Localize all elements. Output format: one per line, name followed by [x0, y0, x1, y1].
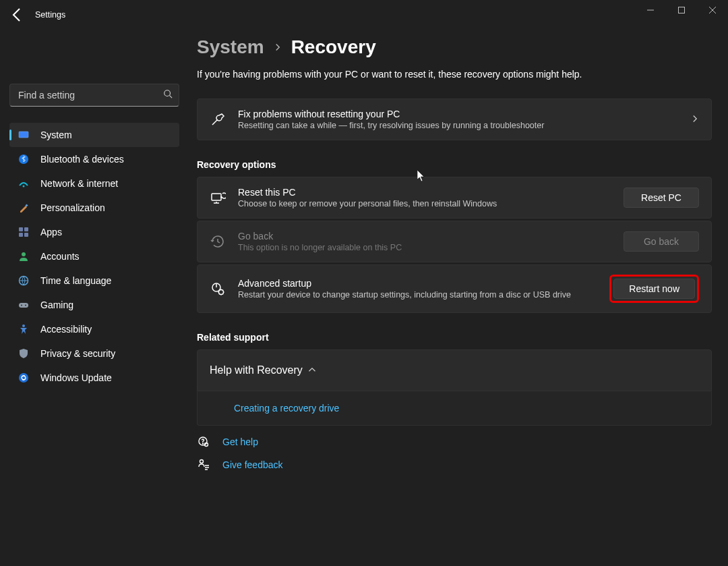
chevron-up-icon — [308, 364, 316, 376]
chevron-right-icon — [274, 40, 282, 55]
help-with-recovery-card[interactable]: ? Help with Recovery — [197, 349, 712, 391]
windows-update-icon — [18, 372, 30, 384]
related-support-heading: Related support — [197, 332, 712, 343]
svg-rect-14 — [24, 233, 28, 237]
sidebar-item-network[interactable]: Network & internet — [9, 171, 179, 196]
privacy-icon — [18, 347, 30, 360]
get-help-link[interactable]: Get help — [222, 436, 258, 447]
sidebar-item-accounts[interactable]: Accounts — [9, 244, 179, 268]
accounts-icon — [18, 250, 30, 262]
sidebar-item-gaming[interactable]: Gaming — [9, 293, 179, 317]
feedback-icon — [197, 458, 210, 472]
sidebar-item-bluetooth[interactable]: Bluetooth & devices — [9, 147, 179, 171]
recovery-drive-link[interactable]: Creating a recovery drive — [234, 403, 339, 414]
sidebar-item-privacy[interactable]: Privacy & security — [9, 341, 179, 366]
reset-pc-button[interactable]: Reset PC — [624, 188, 699, 208]
restart-now-button[interactable]: Restart now — [613, 279, 695, 299]
sidebar-item-label: Privacy & security — [40, 348, 115, 359]
svg-point-9 — [23, 186, 25, 188]
main-content: System Recovery If you're having problem… — [189, 30, 728, 566]
card-subtitle: Restart your device to change startup se… — [238, 290, 603, 300]
search-icon — [163, 89, 173, 101]
recovery-options-heading: Recovery options — [197, 159, 712, 170]
go-back-button: Go back — [624, 231, 699, 252]
fix-problems-card[interactable]: Fix problems without resetting your PC R… — [197, 98, 712, 140]
svg-point-31 — [200, 460, 204, 463]
svg-rect-22 — [212, 194, 221, 200]
history-icon — [210, 233, 226, 250]
sidebar-item-label: Personalization — [40, 202, 105, 213]
svg-line-5 — [170, 96, 173, 98]
svg-rect-11 — [19, 227, 23, 231]
sidebar-item-time-language[interactable]: Time & language — [9, 268, 179, 293]
sidebar-item-label: Time & language — [40, 275, 111, 286]
sidebar-item-system[interactable]: System — [9, 123, 179, 147]
svg-point-4 — [164, 90, 171, 96]
card-title: Help with Recovery — [210, 364, 303, 376]
sidebar-item-label: System — [40, 130, 72, 140]
go-back-card: Go back This option is no longer availab… — [197, 221, 712, 262]
search-wrapper — [9, 84, 179, 107]
system-icon — [18, 129, 30, 141]
back-button[interactable] — [9, 7, 26, 23]
sidebar-item-label: Network & internet — [40, 178, 118, 189]
svg-point-19 — [25, 305, 26, 306]
give-feedback-link[interactable]: Give feedback — [222, 459, 283, 470]
minimize-button[interactable] — [635, 0, 666, 20]
highlight-annotation: Restart now — [609, 275, 699, 303]
app-title: Settings — [35, 10, 65, 20]
sidebar-item-label: Windows Update — [40, 372, 112, 383]
get-help-row[interactable]: Get help — [197, 435, 712, 449]
reset-pc-card: Reset this PC Choose to keep or remove y… — [197, 177, 712, 219]
card-title: Advanced startup — [238, 278, 603, 289]
card-subtitle: This option is no longer available on th… — [238, 243, 617, 252]
time-language-icon — [18, 275, 30, 287]
reset-icon — [210, 190, 226, 206]
sidebar-item-accessibility[interactable]: Accessibility — [9, 317, 179, 341]
power-gear-icon — [210, 281, 226, 297]
sidebar-item-personalization[interactable]: Personalization — [9, 196, 179, 220]
sidebar-item-label: Bluetooth & devices — [40, 154, 124, 165]
gaming-icon — [18, 299, 30, 311]
card-subtitle: Resetting can take a while — first, try … — [238, 121, 686, 130]
svg-point-24 — [219, 290, 224, 295]
sidebar-item-label: Apps — [40, 227, 62, 237]
close-button[interactable] — [697, 0, 728, 20]
maximize-button[interactable] — [666, 0, 697, 20]
card-subtitle: Choose to keep or remove your personal f… — [238, 199, 617, 208]
svg-rect-12 — [24, 227, 28, 231]
sidebar-item-label: Accounts — [40, 251, 80, 262]
window-controls — [635, 0, 728, 30]
advanced-startup-card: Advanced startup Restart your device to … — [197, 264, 712, 313]
breadcrumb: System Recovery — [197, 36, 712, 58]
sidebar-item-windows-update[interactable]: Windows Update — [9, 366, 179, 390]
svg-point-29 — [203, 443, 204, 444]
svg-rect-1 — [679, 7, 685, 13]
svg-rect-6 — [19, 132, 28, 138]
help-expanded-body: Creating a recovery drive — [197, 391, 712, 426]
search-input[interactable] — [9, 84, 179, 107]
sidebar: System Bluetooth & devices Network & int… — [0, 30, 189, 566]
card-title: Go back — [238, 231, 617, 242]
svg-point-20 — [22, 324, 25, 327]
accessibility-icon — [18, 323, 30, 335]
sidebar-item-label: Gaming — [40, 300, 73, 310]
personalization-icon — [18, 202, 30, 214]
network-icon — [18, 177, 30, 190]
svg-rect-17 — [19, 303, 28, 308]
sidebar-item-label: Accessibility — [40, 324, 92, 335]
card-title: Reset this PC — [238, 187, 617, 198]
give-feedback-row[interactable]: Give feedback — [197, 458, 712, 472]
breadcrumb-current: Recovery — [291, 36, 376, 58]
svg-rect-13 — [19, 233, 23, 237]
card-title: Fix problems without resetting your PC — [238, 109, 686, 119]
svg-point-18 — [21, 305, 22, 306]
sidebar-item-apps[interactable]: Apps — [9, 220, 179, 244]
svg-point-21 — [19, 373, 28, 383]
wrench-icon — [210, 111, 226, 128]
page-intro: If you're having problems with your PC o… — [197, 69, 712, 80]
titlebar: Settings — [0, 0, 728, 30]
breadcrumb-parent[interactable]: System — [197, 36, 264, 58]
chevron-right-icon — [691, 113, 699, 125]
help-icon — [197, 435, 210, 449]
